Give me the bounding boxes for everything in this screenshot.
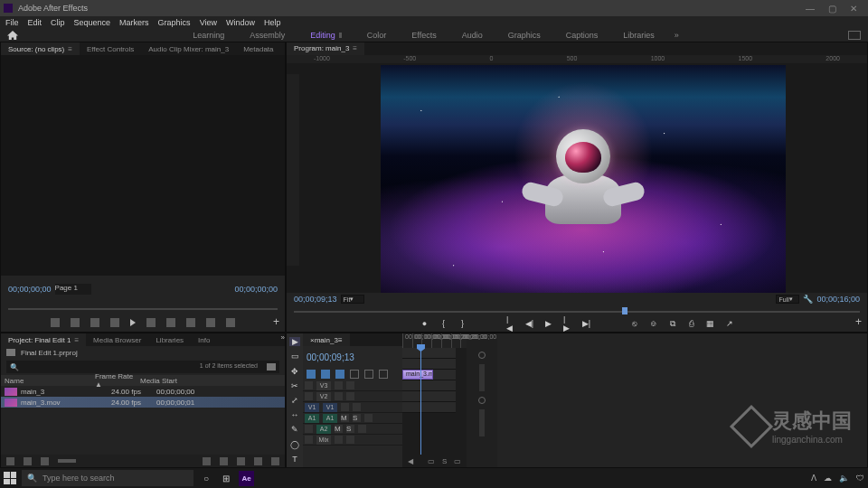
gutter-circle-1[interactable] (478, 352, 486, 359)
mark-out-button[interactable]: } (458, 320, 467, 328)
tab-audio-mixer[interactable]: Audio Clip Mixer: main_3 (141, 42, 236, 55)
tray-security-icon[interactable]: 🛡 (856, 474, 864, 483)
menu-edit[interactable]: Edit (28, 18, 42, 27)
menu-clip[interactable]: Clip (51, 18, 65, 27)
menu-file[interactable]: File (5, 18, 19, 27)
taskbar-search[interactable]: 🔍 Type here to search (22, 470, 193, 486)
menu-markers[interactable]: Markers (119, 18, 149, 27)
program-viewport[interactable] (381, 65, 786, 293)
tab-libraries[interactable]: Libraries (148, 333, 191, 346)
src-insert[interactable] (186, 318, 195, 327)
src-goto-out[interactable] (166, 318, 175, 327)
v-track-size[interactable] (479, 364, 485, 391)
timeline-tc[interactable]: 00;00;09;13 (307, 352, 354, 362)
step-back-button[interactable]: ◀| (525, 320, 533, 328)
src-button-editor[interactable]: + (273, 315, 279, 328)
goto-out-button[interactable]: ▶| (582, 320, 590, 328)
ws-libraries[interactable]: Libraries (612, 31, 665, 40)
track-v2[interactable]: V2 (303, 391, 402, 402)
track-a2[interactable]: A2MS (303, 424, 402, 435)
home-icon[interactable] (7, 31, 18, 40)
extract-button[interactable]: ⎊ (649, 320, 657, 328)
track-select-tool[interactable]: ▭ (289, 352, 300, 361)
timeline-clip[interactable]: main_3.mov (402, 370, 433, 380)
src-play[interactable] (130, 319, 136, 326)
goto-in-button[interactable]: |◀ (506, 320, 514, 328)
project-row-clip[interactable]: main_3.mov 24.00 fps 00;00;00;01 (1, 397, 285, 408)
project-columns[interactable]: Name Frame Rate ▲ Media Start (1, 375, 285, 386)
tab-project[interactable]: Project: Final Edit 1≡ (1, 333, 86, 346)
start-button[interactable] (4, 472, 16, 484)
program-scrub[interactable] (294, 305, 860, 316)
taskbar-app-ae[interactable]: Ae (239, 471, 254, 486)
timeline-tab[interactable]: × main_3 ≡ (303, 333, 350, 346)
program-left-tc[interactable]: 00;00;09;13 (294, 295, 337, 304)
tab-source[interactable]: Source: (no clips)≡ (1, 42, 80, 55)
tl-s[interactable]: S (442, 457, 447, 465)
source-left-tc[interactable]: 00;00;00;00 (8, 285, 52, 294)
tray-volume-icon[interactable]: 🔈 (839, 474, 849, 483)
source-right-tc[interactable]: 00;00;00;00 (234, 285, 278, 294)
menu-sequence[interactable]: Sequence (74, 18, 111, 27)
ws-assembly[interactable]: Assembly (239, 31, 296, 40)
track-v1[interactable]: V1V1 (303, 402, 402, 413)
play-button[interactable]: ▶ (544, 320, 552, 328)
step-fwd-button[interactable]: |▶ (563, 320, 571, 328)
export-button[interactable]: ↗ (725, 320, 733, 328)
src-mark-out[interactable] (71, 318, 80, 327)
tab-effect-controls[interactable]: Effect Controls (80, 42, 141, 55)
playhead[interactable] (420, 348, 421, 455)
src-goto-in[interactable] (90, 318, 99, 327)
auto-match-icon[interactable] (203, 457, 211, 465)
export-frame-button[interactable]: ⧉ (668, 320, 676, 328)
filter-bin-icon[interactable] (267, 363, 276, 371)
toggle-button[interactable]: ▦ (706, 320, 714, 328)
source-page[interactable]: Page 1 (55, 284, 91, 295)
snap-toggle[interactable] (307, 370, 316, 379)
tray-overflow-icon[interactable]: ᐱ (811, 474, 816, 483)
type-tool[interactable]: T (289, 455, 300, 464)
ws-audio[interactable]: Audio (451, 31, 494, 40)
menu-help[interactable]: Help (264, 18, 281, 27)
list-view-icon[interactable] (6, 457, 14, 465)
slip-tool[interactable]: ⤢ (289, 396, 300, 405)
menu-view[interactable]: View (200, 18, 217, 27)
pen-tool[interactable]: ↔ (289, 410, 300, 419)
lift-button[interactable]: ⎋ (630, 320, 638, 328)
program-quality-dropdown[interactable]: Full ▾ (776, 295, 799, 304)
ripple-tool[interactable]: ✥ (289, 366, 300, 375)
src-overwrite[interactable] (206, 318, 215, 327)
new-item-icon[interactable] (254, 457, 262, 465)
tl-zoom-out-icon[interactable]: ◀ (408, 457, 413, 465)
zoom-slider[interactable] (58, 459, 76, 463)
taskview-icon[interactable]: ⊞ (219, 471, 233, 485)
export-quick-icon[interactable] (848, 31, 861, 40)
program-right-tc[interactable]: 00;00;16;00 (816, 295, 860, 304)
tl-search-icon[interactable] (379, 370, 388, 379)
window-minimize[interactable]: — (799, 4, 821, 14)
shape-tool[interactable]: ◯ (289, 440, 300, 449)
a-track-size[interactable] (479, 409, 485, 436)
timeline-ruler[interactable]: 00;00 00;00;05;00 00;00;10;00 00;00;15;0… (402, 333, 467, 348)
program-fit-dropdown[interactable]: Fit ▾ (341, 295, 364, 304)
scrub-playhead[interactable] (622, 307, 627, 314)
find-icon[interactable] (220, 457, 228, 465)
ws-color[interactable]: Color (356, 31, 398, 40)
ws-learning[interactable]: Learning (182, 31, 235, 40)
track-mix[interactable]: Mix (303, 435, 402, 446)
trash-icon[interactable] (271, 457, 279, 465)
tl-settings-icon[interactable] (350, 370, 359, 379)
src-step-fwd[interactable] (146, 318, 156, 327)
timeline-tracks[interactable]: main_3.mov (402, 348, 467, 455)
track-a1[interactable]: A1A1MS (303, 413, 402, 424)
wrench-icon[interactable]: 🔧 (803, 295, 813, 304)
tab-program[interactable]: Program: main_3≡ (287, 42, 364, 55)
tab-metadata[interactable]: Metadata (236, 42, 280, 55)
tab-media-browser[interactable]: Media Browser (86, 333, 148, 346)
window-close[interactable]: ✕ (843, 4, 864, 14)
menu-window[interactable]: Window (226, 18, 255, 27)
ws-overflow[interactable]: » (675, 31, 679, 40)
hand-tool[interactable]: ✎ (289, 425, 300, 434)
tl-collapse-icon[interactable]: ▭ (428, 457, 435, 465)
src-mark-in[interactable] (51, 318, 60, 327)
